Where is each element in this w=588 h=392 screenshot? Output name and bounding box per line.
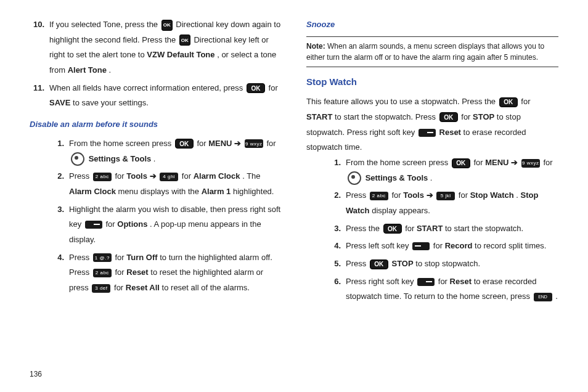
section-stop-watch: Stop Watch [306, 73, 558, 91]
step-number: 4. [49, 250, 64, 296]
step-content: When all fields have correct information… [49, 81, 282, 111]
ok-key-icon: OK [247, 83, 265, 93]
key-2-icon: 2 abc [93, 269, 112, 277]
disable-step-1: 1. From the home screen press OK for MEN… [49, 136, 282, 166]
settings-gear-icon [71, 152, 84, 166]
key-2-icon: 2 abc [370, 192, 388, 200]
note-text: When an alarm sounds, a menu screen disp… [306, 42, 544, 62]
step-number: 1. [49, 136, 64, 166]
page: 10. If you selected Tone, press the OK D… [0, 0, 588, 392]
right-soft-key-icon [85, 221, 102, 229]
disable-step-3: 3. Highlight the alarm you wish to disab… [49, 202, 282, 248]
sw-step-6: 6. Press right soft key for Reset to era… [326, 274, 558, 304]
step-content: Press OK STOP to stop stopwatch. [346, 256, 558, 272]
key-3-icon: 3 def [92, 284, 110, 293]
sw-step-5: 5. Press OK STOP to stop stopwatch. [326, 256, 558, 272]
step-content: Press 2 abc for Tools ➔ 4 ghi for Alarm … [69, 169, 282, 199]
settings-gear-icon [348, 171, 361, 185]
page-number: 136 [30, 370, 42, 378]
step-number: 10. [30, 17, 44, 78]
key-4-icon: 4 ghi [160, 173, 178, 181]
ok-key-icon: OK [179, 35, 190, 46]
disable-step-4: 4. Press 1 @.? for Turn Off to turn the … [49, 250, 282, 296]
key-9-icon: 9 wxyz [245, 139, 263, 148]
right-column: Snooze Note: When an alarm sounds, a men… [306, 17, 558, 380]
ok-key-icon: OK [383, 224, 402, 234]
note-box: Note: When an alarm sounds, a menu scree… [306, 36, 558, 67]
ok-key-icon: OK [161, 20, 173, 31]
step-number: 5. [326, 256, 341, 272]
key-5-icon: 5 jkl [436, 192, 455, 200]
step-number: 2. [326, 188, 341, 218]
step-content: Press 1 @.? for Turn Off to turn the hig… [69, 250, 282, 296]
step-content: Highlight the alarm you wish to disable,… [69, 202, 282, 248]
note-label: Note: [306, 42, 325, 51]
stopwatch-intro: This feature allows you to use a stopwat… [306, 94, 558, 155]
step-number: 1. [326, 155, 341, 186]
step-content: Press 2 abc for Tools ➔ 5 jkl for Stop W… [346, 188, 558, 218]
end-key-icon: END [534, 293, 552, 301]
step-number: 3. [326, 221, 341, 237]
left-column: 10. If you selected Tone, press the OK D… [30, 17, 282, 380]
step-content: From the home screen press OK for MENU ➔… [346, 155, 558, 186]
subheading-snooze: Snooze [306, 17, 558, 33]
key-1-icon: 1 @.? [93, 253, 112, 262]
step-10: 10. If you selected Tone, press the OK D… [30, 17, 282, 78]
left-soft-key-icon [412, 242, 430, 250]
sw-step-3: 3. Press the OK for START to start the s… [326, 221, 558, 237]
step-content: Press left soft key for Record to record… [346, 239, 558, 254]
ok-key-icon: OK [439, 112, 458, 122]
step-content: If you selected Tone, press the OK Direc… [49, 17, 282, 78]
step-number: 6. [326, 274, 341, 304]
step-number: 3. [49, 202, 64, 248]
subheading-disable-alarm: Disable an alarm before it sounds [30, 117, 282, 133]
right-soft-key-icon [419, 129, 436, 137]
ok-key-icon: OK [370, 259, 388, 269]
key-2-icon: 2 abc [93, 173, 112, 181]
step-content: From the home screen press OK for MENU ➔… [69, 136, 282, 166]
disable-step-2: 2. Press 2 abc for Tools ➔ 4 ghi for Ala… [49, 169, 282, 199]
sw-step-1: 1. From the home screen press OK for MEN… [326, 155, 558, 186]
step-number: 11. [30, 81, 44, 111]
ok-key-icon: OK [452, 158, 470, 168]
key-9-icon: 9 wxyz [521, 159, 540, 168]
step-number: 4. [326, 239, 341, 254]
step-number: 2. [49, 169, 64, 199]
step-11: 11. When all fields have correct informa… [30, 81, 282, 111]
right-soft-key-icon [417, 278, 435, 286]
step-content: Press right soft key for Reset to erase … [346, 274, 558, 304]
ok-key-icon: OK [499, 97, 518, 107]
sw-step-2: 2. Press 2 abc for Tools ➔ 5 jkl for Sto… [326, 188, 558, 218]
ok-key-icon: OK [175, 139, 194, 149]
sw-step-4: 4. Press left soft key for Record to rec… [326, 239, 558, 254]
step-content: Press the OK for START to start the stop… [346, 221, 558, 237]
